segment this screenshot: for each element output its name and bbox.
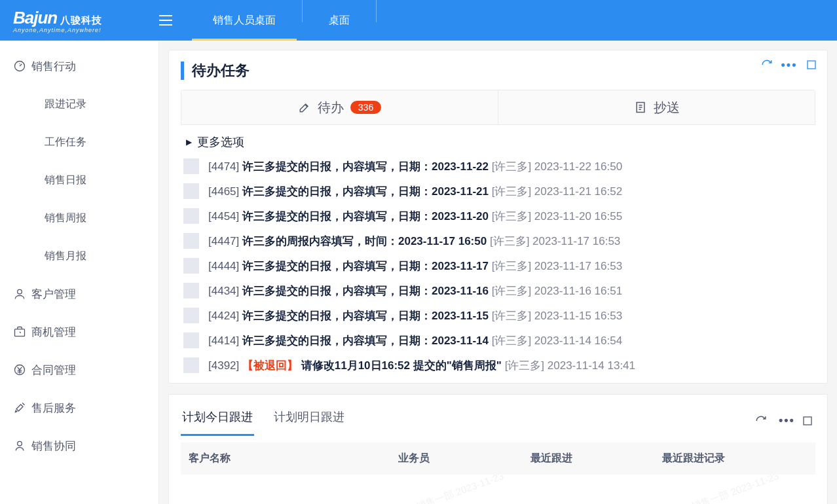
dashboard-icon [13, 60, 31, 73]
task-checkbox[interactable] [183, 208, 199, 224]
task-row[interactable]: [4447] 许三多的周报内容填写，时间：2023-11-17 16:50 [许… [181, 228, 815, 253]
tab-divider [302, 0, 303, 22]
task-row[interactable]: [4465] 许三多提交的日报，内容填写，日期：2023-11-21 [许三多]… [181, 179, 815, 204]
task-row[interactable]: [4434] 许三多提交的日报，内容填写，日期：2023-11-16 [许三多]… [181, 278, 815, 303]
tab-today-followup[interactable]: 计划今日跟进 [181, 405, 254, 436]
task-text: [4447] 许三多的周报内容填写，时间：2023-11-17 16:50 [许… [208, 234, 620, 249]
svg-rect-5 [808, 61, 815, 69]
main-content: 待办任务 ••• 待办 336 [159, 41, 837, 504]
maximize-icon[interactable] [802, 416, 815, 426]
tasks-panel-actions: ••• [760, 58, 818, 71]
task-checkbox[interactable] [183, 283, 199, 298]
sidebar-item-sales-action[interactable]: 销售行动 [0, 47, 158, 85]
sidebar-item-aftersales[interactable]: 售后服务 [0, 389, 158, 427]
top-tab-desktop[interactable]: 桌面 [308, 0, 371, 41]
task-row[interactable]: [4424] 许三多提交的日报，内容填写，日期：2023-11-15 [许三多]… [181, 303, 815, 328]
task-row[interactable]: [4444] 许三多提交的日报，内容填写，日期：2023-11-17 [许三多]… [181, 253, 815, 278]
task-text: [4465] 许三多提交的日报，内容填写，日期：2023-11-21 [许三多]… [208, 184, 622, 199]
sidebar-sub-followup[interactable]: 跟进记录 [0, 85, 158, 123]
task-text: [4392] 【被退回】 请修改11月10日16:52 提交的"销售周报" [许… [208, 358, 635, 373]
sidebar-sub-monthly[interactable]: 销售月报 [0, 237, 158, 275]
task-text: [4434] 许三多提交的日报，内容填写，日期：2023-11-16 [许三多]… [208, 283, 622, 298]
briefcase-icon [13, 325, 31, 338]
task-row[interactable]: [4392] 【被退回】 请修改11月10日16:52 提交的"销售周报" [许… [181, 353, 815, 376]
tasks-panel-title: 待办任务 [192, 61, 250, 81]
tab-divider [376, 0, 377, 22]
edit-icon [298, 101, 311, 114]
menu-toggle-button[interactable] [159, 15, 192, 26]
sidebar-item-label: 商机管理 [31, 325, 76, 340]
task-text: [4424] 许三多提交的日报，内容填写，日期：2023-11-15 [许三多]… [208, 308, 622, 323]
svg-point-1 [18, 289, 22, 294]
app-header: Bajun 八骏科技 Anyone,Anytime,Anywhere! 销售人员… [0, 0, 837, 41]
more-icon[interactable]: ••• [783, 58, 796, 71]
svg-point-4 [18, 441, 22, 446]
tab-todo-label: 待办 [318, 99, 344, 117]
followup-tabs: 计划今日跟进 计划明日跟进 [181, 405, 346, 436]
svg-rect-7 [804, 417, 811, 425]
sidebar-item-label: 售后服务 [31, 401, 76, 416]
top-tab-sales-desktop[interactable]: 销售人员桌面 [192, 0, 297, 41]
followup-table-header: 客户名称 业务员 最近跟进 最近跟进记录 [181, 442, 815, 475]
logo-tagline: Anyone,Anytime,Anywhere! [13, 27, 102, 33]
sidebar-item-opportunity[interactable]: 商机管理 [0, 313, 158, 351]
more-icon[interactable]: ••• [779, 414, 792, 427]
followup-panel: 计划今日跟进 计划明日跟进 ••• 客户名称 业务员 最近跟进 最近跟进 [168, 394, 828, 504]
task-checkbox[interactable] [183, 308, 199, 323]
task-checkbox[interactable] [183, 333, 199, 348]
tab-cc-label: 抄送 [654, 99, 680, 117]
title-accent [181, 62, 184, 80]
task-checkbox[interactable] [183, 233, 199, 249]
triangle-right-icon: ▶ [186, 137, 192, 147]
document-icon [634, 101, 647, 114]
sidebar-sub-daily[interactable]: 销售日报 [0, 161, 158, 199]
tools-icon [13, 401, 31, 414]
logo-sub: 八骏科技 [60, 14, 102, 26]
col-last: 最近跟进 [523, 442, 655, 475]
task-row[interactable]: [4414] 许三多提交的日报，内容填写，日期：2023-11-14 [许三多]… [181, 328, 815, 353]
tasks-sub-tabs: 待办 336 抄送 [181, 90, 815, 125]
maximize-icon[interactable] [805, 58, 818, 71]
sidebar-sub-worktask[interactable]: 工作任务 [0, 123, 158, 161]
person-icon [13, 439, 31, 452]
task-checkbox[interactable] [183, 258, 199, 274]
task-list[interactable]: [4474] 许三多提交的日报，内容填写，日期：2023-11-22 [许三多]… [181, 154, 815, 376]
watermark-text: one 许三多 销售一部 2023-11-23 [366, 475, 506, 504]
task-checkbox[interactable] [183, 158, 199, 174]
task-row[interactable]: [4454] 许三多提交的日报，内容填写，日期：2023-11-20 [许三多]… [181, 204, 815, 228]
watermark-text: one 许三多 销售一部 2023-11-23 [641, 475, 781, 504]
tab-cc[interactable]: 抄送 [498, 90, 815, 124]
user-icon [13, 287, 31, 300]
yen-icon [13, 363, 31, 376]
watermark-area: one 许三多 销售一部 2023-11-23 one 许三多 销售一部 202… [181, 475, 815, 504]
task-checkbox[interactable] [183, 357, 199, 373]
task-row[interactable]: [4474] 许三多提交的日报，内容填写，日期：2023-11-22 [许三多]… [181, 154, 815, 179]
hamburger-icon [159, 15, 172, 26]
svg-rect-2 [15, 329, 25, 336]
tab-tomorrow-followup[interactable]: 计划明日跟进 [272, 405, 346, 436]
followup-panel-actions: ••• [755, 414, 815, 427]
sidebar-item-label: 销售协同 [31, 439, 76, 454]
more-options-label: 更多选项 [197, 134, 244, 150]
sidebar-sub-weekly[interactable]: 销售周报 [0, 199, 158, 237]
todo-count-badge: 336 [350, 101, 381, 114]
col-record: 最近跟进记录 [654, 442, 815, 475]
task-text: [4414] 许三多提交的日报，内容填写，日期：2023-11-14 [许三多]… [208, 333, 622, 348]
sidebar-item-customer[interactable]: 客户管理 [0, 275, 158, 313]
top-tabs: 销售人员桌面 桌面 [192, 0, 382, 41]
sidebar-item-contract[interactable]: 合同管理 [0, 351, 158, 389]
task-checkbox[interactable] [183, 183, 199, 199]
sidebar-item-label: 客户管理 [31, 287, 76, 302]
task-text: [4474] 许三多提交的日报，内容填写，日期：2023-11-22 [许三多]… [208, 159, 622, 174]
sidebar-item-label: 销售行动 [31, 59, 76, 74]
tab-todo[interactable]: 待办 336 [181, 90, 498, 124]
tasks-panel: 待办任务 ••• 待办 336 [168, 50, 828, 384]
logo-main: Bajun [13, 8, 57, 27]
sidebar-item-label: 合同管理 [31, 363, 76, 378]
task-text: [4444] 许三多提交的日报，内容填写，日期：2023-11-17 [许三多]… [208, 259, 622, 274]
sidebar-item-coop[interactable]: 销售协同 [0, 427, 158, 465]
more-options-toggle[interactable]: ▶ 更多选项 [181, 130, 815, 154]
refresh-icon[interactable] [755, 415, 768, 427]
sidebar: 销售行动 跟进记录 工作任务 销售日报 销售周报 销售月报 客户管理 商机管理 … [0, 41, 159, 504]
refresh-icon[interactable] [760, 58, 773, 71]
